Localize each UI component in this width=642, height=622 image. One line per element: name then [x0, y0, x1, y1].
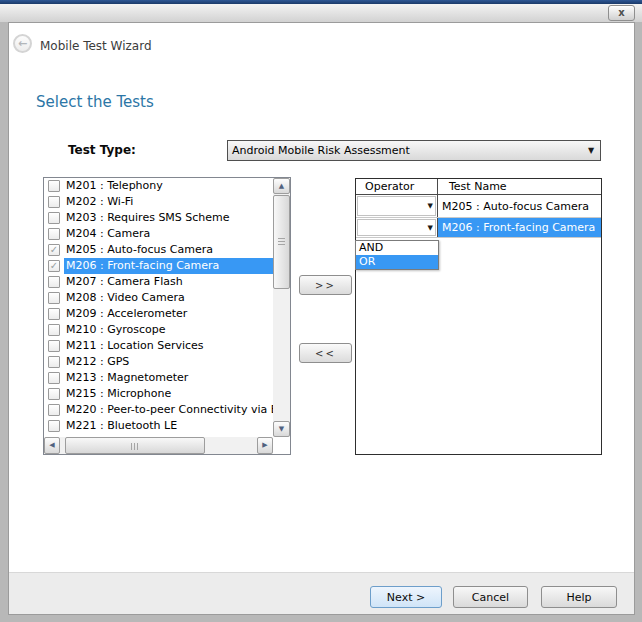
checkbox[interactable]: ✓ — [48, 260, 60, 272]
checkbox[interactable] — [48, 340, 60, 352]
list-item-label: M207 : Camera Flash — [64, 274, 273, 290]
available-tests-list: M201 : Telephony M202 : Wi-Fi M203 : Req… — [44, 178, 273, 437]
list-item-label: M205 : Auto-focus Camera — [64, 242, 273, 258]
column-header-operator: Operator — [356, 179, 438, 194]
list-item[interactable]: M215 : Microphone — [44, 386, 273, 402]
checkbox[interactable] — [48, 356, 60, 368]
scroll-down-button[interactable]: ▼ — [273, 421, 290, 437]
list-item[interactable]: M221 : Bluetooth LE — [44, 418, 273, 434]
list-item-label: M203 : Requires SMS Scheme — [64, 210, 273, 226]
horizontal-scrollbar[interactable]: ◀ ▶ — [44, 437, 273, 454]
list-item[interactable]: M213 : Magnetometer — [44, 370, 273, 386]
available-tests-listbox: M201 : Telephony M202 : Wi-Fi M203 : Req… — [43, 177, 291, 455]
checkbox[interactable] — [48, 276, 60, 288]
table-body: ▼ M205 : Auto-focus Camera ▼ M206 : Fron… — [356, 195, 601, 238]
next-button[interactable]: Next > — [370, 586, 442, 608]
close-icon: x — [618, 8, 624, 18]
list-item-label: M211 : Location Services — [64, 338, 273, 354]
operator-dropdown-list: ANDOR — [355, 240, 439, 270]
list-item[interactable]: M209 : Accelerometer — [44, 306, 273, 322]
list-item-label: M202 : Wi-Fi — [64, 194, 273, 210]
list-item-label: M204 : Camera — [64, 226, 273, 242]
screen: x ← Mobile Test Wizard Select the Tests … — [0, 0, 642, 622]
list-item[interactable]: M211 : Location Services — [44, 338, 273, 354]
wizard-dialog: ← Mobile Test Wizard Select the Tests Te… — [8, 22, 635, 615]
arrow-left-icon: ◀ — [49, 442, 54, 449]
vertical-scrollbar[interactable]: ▲ ▼ — [273, 178, 290, 437]
checkbox[interactable] — [48, 388, 60, 400]
page-title: Select the Tests — [36, 93, 154, 111]
back-icon: ← — [18, 38, 27, 49]
close-button[interactable]: x — [608, 5, 635, 21]
column-header-test-name: Test Name — [438, 179, 601, 194]
list-item[interactable]: M201 : Telephony — [44, 178, 273, 194]
checkbox[interactable] — [48, 308, 60, 320]
list-item[interactable]: M207 : Camera Flash — [44, 274, 273, 290]
test-type-value: Android Mobile Risk Assessment — [228, 144, 582, 157]
list-item-label: M201 : Telephony — [64, 178, 273, 194]
list-item[interactable]: M204 : Camera — [44, 226, 273, 242]
selected-tests-table: Operator Test Name ▼ M205 : Auto-focus C… — [355, 178, 602, 455]
list-item[interactable]: M212 : GPS — [44, 354, 273, 370]
scroll-right-button[interactable]: ▶ — [257, 437, 273, 454]
list-item[interactable]: M220 : Peer-to-peer Connectivity via Blu… — [44, 402, 273, 418]
test-type-label: Test Type: — [68, 143, 136, 157]
list-item-label: M215 : Microphone — [64, 386, 273, 402]
list-item-label: M210 : Gyroscope — [64, 322, 273, 338]
list-item-label: M209 : Accelerometer — [64, 306, 273, 322]
add-tests-button[interactable]: >> — [299, 275, 352, 295]
checkbox[interactable] — [48, 228, 60, 240]
list-item[interactable]: M202 : Wi-Fi — [44, 194, 273, 210]
arrow-right-icon: ▶ — [262, 442, 267, 449]
horizontal-scrollbar-thumb[interactable] — [65, 437, 205, 454]
table-header: Operator Test Name — [356, 179, 601, 195]
operator-option[interactable]: OR — [356, 255, 438, 269]
checkbox[interactable] — [48, 292, 60, 304]
list-item-label: M220 : Peer-to-peer Connectivity via Blu… — [64, 402, 273, 418]
checkbox[interactable] — [48, 420, 60, 432]
list-item[interactable]: M208 : Video Camera — [44, 290, 273, 306]
operator-cell[interactable]: ▼ — [356, 195, 438, 217]
checkbox[interactable]: ✓ — [48, 244, 60, 256]
scroll-up-button[interactable]: ▲ — [273, 178, 290, 194]
list-item-label: M206 : Front-facing Camera — [64, 258, 273, 274]
list-item-label: M212 : GPS — [64, 354, 273, 370]
table-row: ▼ M206 : Front-facing Camera — [356, 218, 601, 238]
list-item-label: M213 : Magnetometer — [64, 370, 273, 386]
chevron-down-icon: ▼ — [582, 146, 600, 155]
checkbox[interactable] — [48, 372, 60, 384]
footer: Next > Cancel Help — [9, 572, 634, 614]
back-button[interactable]: ← — [13, 34, 32, 53]
list-item[interactable]: M210 : Gyroscope — [44, 322, 273, 338]
checkbox[interactable] — [48, 196, 60, 208]
test-name-cell[interactable]: M206 : Front-facing Camera — [438, 218, 601, 237]
chevron-down-icon[interactable]: ▼ — [428, 202, 433, 210]
cancel-button[interactable]: Cancel — [453, 586, 528, 608]
window-titlebar: x — [0, 4, 642, 22]
chevron-down-icon[interactable]: ▼ — [428, 224, 433, 232]
test-type-select[interactable]: Android Mobile Risk Assessment ▼ — [227, 140, 601, 161]
checkbox[interactable] — [48, 212, 60, 224]
arrow-down-icon: ▼ — [279, 426, 284, 433]
vertical-scrollbar-thumb[interactable] — [273, 195, 290, 289]
operator-cell[interactable]: ▼ — [356, 218, 438, 237]
test-name-cell[interactable]: M205 : Auto-focus Camera — [438, 195, 601, 217]
checkbox[interactable] — [48, 324, 60, 336]
arrow-up-icon: ▲ — [279, 183, 284, 190]
list-item[interactable]: ✓ M205 : Auto-focus Camera — [44, 242, 273, 258]
list-item[interactable]: M203 : Requires SMS Scheme — [44, 210, 273, 226]
scroll-left-button[interactable]: ◀ — [44, 437, 60, 454]
checkbox[interactable] — [48, 404, 60, 416]
operator-option[interactable]: AND — [356, 241, 438, 255]
list-item[interactable]: ✓ M206 : Front-facing Camera — [44, 258, 273, 274]
help-button[interactable]: Help — [541, 586, 617, 608]
checkbox[interactable] — [48, 180, 60, 192]
list-item-label: M208 : Video Camera — [64, 290, 273, 306]
table-row: ▼ M205 : Auto-focus Camera — [356, 195, 601, 218]
wizard-title: Mobile Test Wizard — [40, 39, 152, 53]
list-item-label: M221 : Bluetooth LE — [64, 418, 273, 434]
remove-tests-button[interactable]: << — [299, 343, 352, 363]
